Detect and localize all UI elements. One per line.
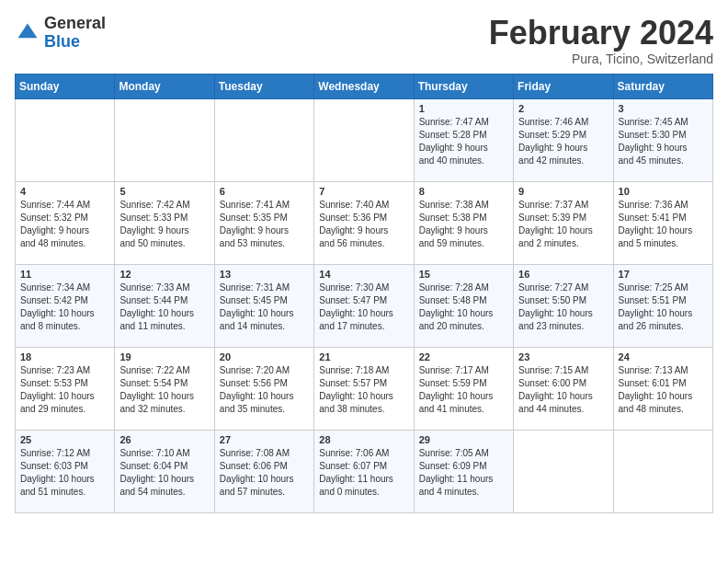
calendar-cell: 21Sunrise: 7:18 AM Sunset: 5:57 PM Dayli… <box>314 347 414 430</box>
day-info: Sunrise: 7:13 AM Sunset: 6:01 PM Dayligh… <box>619 364 708 416</box>
calendar-cell <box>214 98 313 181</box>
day-number: 15 <box>419 269 508 280</box>
title-block: February 2024 Pura, Ticino, Switzerland <box>489 15 713 66</box>
calendar-table: SundayMondayTuesdayWednesdayThursdayFrid… <box>15 74 713 513</box>
calendar-cell: 16Sunrise: 7:27 AM Sunset: 5:50 PM Dayli… <box>514 264 613 347</box>
calendar-cell: 10Sunrise: 7:36 AM Sunset: 5:41 PM Dayli… <box>613 181 712 264</box>
day-info: Sunrise: 7:10 AM Sunset: 6:04 PM Dayligh… <box>119 447 209 499</box>
calendar-cell: 9Sunrise: 7:37 AM Sunset: 5:39 PM Daylig… <box>514 181 613 264</box>
day-info: Sunrise: 7:06 AM Sunset: 6:07 PM Dayligh… <box>319 447 408 499</box>
day-number: 19 <box>119 351 209 362</box>
day-number: 26 <box>119 434 209 445</box>
day-info: Sunrise: 7:17 AM Sunset: 5:59 PM Dayligh… <box>419 364 508 416</box>
week-row-3: 11Sunrise: 7:34 AM Sunset: 5:42 PM Dayli… <box>16 264 713 347</box>
day-info: Sunrise: 7:15 AM Sunset: 6:00 PM Dayligh… <box>518 364 608 416</box>
day-info: Sunrise: 7:46 AM Sunset: 5:29 PM Dayligh… <box>518 116 608 167</box>
month-year-title: February 2024 <box>489 15 713 52</box>
calendar-cell: 24Sunrise: 7:13 AM Sunset: 6:01 PM Dayli… <box>613 347 712 430</box>
weekday-header-tuesday: Tuesday <box>214 74 313 98</box>
weekday-header-thursday: Thursday <box>414 74 513 98</box>
calendar-cell: 26Sunrise: 7:10 AM Sunset: 6:04 PM Dayli… <box>115 430 214 512</box>
day-number: 25 <box>20 434 109 445</box>
day-number: 28 <box>319 434 408 445</box>
day-number: 21 <box>319 351 408 362</box>
day-number: 7 <box>319 186 408 197</box>
day-info: Sunrise: 7:38 AM Sunset: 5:38 PM Dayligh… <box>419 199 508 250</box>
day-info: Sunrise: 7:05 AM Sunset: 6:09 PM Dayligh… <box>419 447 508 499</box>
day-number: 1 <box>419 103 508 114</box>
day-info: Sunrise: 7:45 AM Sunset: 5:30 PM Dayligh… <box>619 116 708 167</box>
weekday-header-saturday: Saturday <box>613 74 712 98</box>
calendar-cell: 19Sunrise: 7:22 AM Sunset: 5:54 PM Dayli… <box>115 347 214 430</box>
day-info: Sunrise: 7:33 AM Sunset: 5:44 PM Dayligh… <box>119 282 209 333</box>
calendar-cell: 11Sunrise: 7:34 AM Sunset: 5:42 PM Dayli… <box>16 264 115 347</box>
day-number: 9 <box>518 186 608 197</box>
calendar-cell: 17Sunrise: 7:25 AM Sunset: 5:51 PM Dayli… <box>613 264 712 347</box>
calendar-cell: 28Sunrise: 7:06 AM Sunset: 6:07 PM Dayli… <box>314 430 414 512</box>
calendar-cell: 8Sunrise: 7:38 AM Sunset: 5:38 PM Daylig… <box>414 181 513 264</box>
day-info: Sunrise: 7:30 AM Sunset: 5:47 PM Dayligh… <box>319 282 408 333</box>
calendar-cell: 6Sunrise: 7:41 AM Sunset: 5:35 PM Daylig… <box>214 181 313 264</box>
location-subtitle: Pura, Ticino, Switzerland <box>489 52 713 66</box>
week-row-5: 25Sunrise: 7:12 AM Sunset: 6:03 PM Dayli… <box>16 430 713 512</box>
day-number: 24 <box>619 351 708 362</box>
day-info: Sunrise: 7:18 AM Sunset: 5:57 PM Dayligh… <box>319 364 408 416</box>
day-number: 14 <box>319 269 408 280</box>
calendar-cell: 29Sunrise: 7:05 AM Sunset: 6:09 PM Dayli… <box>414 430 513 512</box>
day-info: Sunrise: 7:36 AM Sunset: 5:41 PM Dayligh… <box>619 199 708 250</box>
day-info: Sunrise: 7:22 AM Sunset: 5:54 PM Dayligh… <box>119 364 209 416</box>
logo: General Blue <box>15 15 106 52</box>
calendar-cell: 12Sunrise: 7:33 AM Sunset: 5:44 PM Dayli… <box>115 264 214 347</box>
day-info: Sunrise: 7:25 AM Sunset: 5:51 PM Dayligh… <box>619 282 708 333</box>
calendar-cell: 13Sunrise: 7:31 AM Sunset: 5:45 PM Dayli… <box>214 264 313 347</box>
week-row-4: 18Sunrise: 7:23 AM Sunset: 5:53 PM Dayli… <box>16 347 713 430</box>
calendar-cell: 25Sunrise: 7:12 AM Sunset: 6:03 PM Dayli… <box>16 430 115 512</box>
calendar-cell <box>613 430 712 512</box>
day-info: Sunrise: 7:23 AM Sunset: 5:53 PM Dayligh… <box>20 364 109 416</box>
day-number: 5 <box>119 186 209 197</box>
calendar-cell: 22Sunrise: 7:17 AM Sunset: 5:59 PM Dayli… <box>414 347 513 430</box>
day-number: 27 <box>220 434 309 445</box>
calendar-cell: 1Sunrise: 7:47 AM Sunset: 5:28 PM Daylig… <box>414 98 513 181</box>
weekday-header-sunday: Sunday <box>16 74 115 98</box>
weekday-header-friday: Friday <box>514 74 613 98</box>
day-number: 8 <box>419 186 508 197</box>
calendar-cell <box>115 98 214 181</box>
day-number: 6 <box>220 186 309 197</box>
weekday-header-wednesday: Wednesday <box>314 74 414 98</box>
day-number: 12 <box>119 269 209 280</box>
calendar-cell: 20Sunrise: 7:20 AM Sunset: 5:56 PM Dayli… <box>214 347 313 430</box>
day-number: 4 <box>20 186 109 197</box>
calendar-cell: 5Sunrise: 7:42 AM Sunset: 5:33 PM Daylig… <box>115 181 214 264</box>
calendar-cell <box>514 430 613 512</box>
day-number: 3 <box>619 103 708 114</box>
day-info: Sunrise: 7:42 AM Sunset: 5:33 PM Dayligh… <box>119 199 209 250</box>
calendar-cell: 27Sunrise: 7:08 AM Sunset: 6:06 PM Dayli… <box>214 430 313 512</box>
day-info: Sunrise: 7:37 AM Sunset: 5:39 PM Dayligh… <box>518 199 608 250</box>
calendar-cell <box>16 98 115 181</box>
day-number: 11 <box>20 269 109 280</box>
day-number: 16 <box>518 269 608 280</box>
weekday-header-monday: Monday <box>115 74 214 98</box>
day-number: 20 <box>220 351 309 362</box>
calendar-cell: 7Sunrise: 7:40 AM Sunset: 5:36 PM Daylig… <box>314 181 414 264</box>
weekday-header-row: SundayMondayTuesdayWednesdayThursdayFrid… <box>16 74 713 98</box>
calendar-cell: 2Sunrise: 7:46 AM Sunset: 5:29 PM Daylig… <box>514 98 613 181</box>
logo-icon <box>15 20 40 46</box>
day-info: Sunrise: 7:27 AM Sunset: 5:50 PM Dayligh… <box>518 282 608 333</box>
week-row-1: 1Sunrise: 7:47 AM Sunset: 5:28 PM Daylig… <box>16 98 713 181</box>
day-info: Sunrise: 7:40 AM Sunset: 5:36 PM Dayligh… <box>319 199 408 250</box>
calendar-cell: 15Sunrise: 7:28 AM Sunset: 5:48 PM Dayli… <box>414 264 513 347</box>
week-row-2: 4Sunrise: 7:44 AM Sunset: 5:32 PM Daylig… <box>16 181 713 264</box>
logo-text: General Blue <box>44 15 106 52</box>
day-info: Sunrise: 7:47 AM Sunset: 5:28 PM Dayligh… <box>419 116 508 167</box>
day-info: Sunrise: 7:28 AM Sunset: 5:48 PM Dayligh… <box>419 282 508 333</box>
day-info: Sunrise: 7:34 AM Sunset: 5:42 PM Dayligh… <box>20 282 109 333</box>
day-number: 10 <box>619 186 708 197</box>
day-number: 17 <box>619 269 708 280</box>
calendar-cell: 4Sunrise: 7:44 AM Sunset: 5:32 PM Daylig… <box>16 181 115 264</box>
svg-marker-0 <box>18 23 38 38</box>
calendar-cell: 14Sunrise: 7:30 AM Sunset: 5:47 PM Dayli… <box>314 264 414 347</box>
day-number: 13 <box>220 269 309 280</box>
day-info: Sunrise: 7:20 AM Sunset: 5:56 PM Dayligh… <box>220 364 309 416</box>
